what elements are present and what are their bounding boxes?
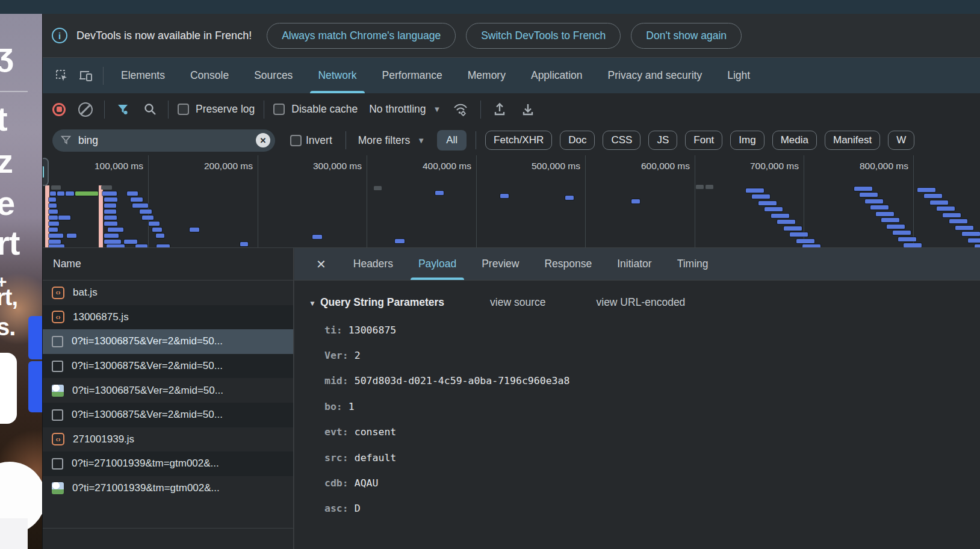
param-row: Ver:2 (324, 343, 980, 368)
param-value: 13006875 (349, 324, 396, 336)
waterfall-bar (190, 228, 199, 232)
waterfall-bar (57, 191, 64, 196)
clear-button[interactable] (78, 102, 93, 117)
waterfall-bar (140, 209, 152, 214)
chip-doc[interactable]: Doc (560, 131, 595, 150)
request-row[interactable]: ‹›bat.js (43, 281, 293, 305)
chip-all[interactable]: All (437, 130, 467, 150)
chip-css[interactable]: CSS (603, 131, 640, 150)
request-row[interactable]: 0?ti=271001939&tm=gtm002&... (43, 476, 293, 501)
view-url-encoded-link[interactable]: view URL-encoded (597, 296, 686, 309)
request-row[interactable]: 0?ti=271001939&tm=gtm002&... (43, 451, 293, 476)
disable-cache-checkbox[interactable] (273, 104, 285, 115)
filter-input[interactable] (78, 134, 249, 147)
detail-tab-response[interactable]: Response (532, 248, 604, 280)
script-file-icon: ‹› (52, 433, 64, 445)
detail-tab-initiator[interactable]: Initiator (604, 248, 664, 280)
disable-cache-label: Disable cache (291, 103, 358, 116)
param-key: evt: (324, 426, 349, 438)
switch-devtools-to-french-button[interactable]: Switch DevTools to French (466, 23, 621, 49)
waterfall-bar (49, 203, 57, 208)
invert-checkbox[interactable] (290, 135, 302, 146)
overview-drag-handle[interactable] (42, 158, 49, 186)
timeline-overview[interactable]: 100,000 ms200,000 ms300,000 ms400,000 ms… (43, 155, 980, 248)
script-file-icon: ‹› (52, 287, 64, 299)
tab-performance[interactable]: Performance (370, 58, 455, 93)
search-icon[interactable] (141, 103, 159, 116)
collapse-triangle-icon[interactable]: ▼ (309, 299, 316, 308)
chip-js[interactable]: JS (648, 131, 677, 150)
request-row[interactable]: ‹›13006875.js (43, 305, 293, 330)
detail-tab-headers[interactable]: Headers (341, 248, 406, 280)
waterfall-bar (374, 186, 382, 190)
chip-img[interactable]: Img (730, 131, 764, 150)
tab-light[interactable]: Light (715, 58, 763, 93)
preserve-log-checkbox[interactable] (178, 104, 189, 115)
filter-input-pill[interactable]: ✕ (52, 129, 275, 152)
tab-application[interactable]: Application (518, 58, 595, 93)
chip-fetch-xhr[interactable]: Fetch/XHR (485, 131, 552, 150)
background-text: s. (0, 314, 15, 341)
detail-tab-payload[interactable]: Payload (406, 248, 469, 280)
divider (103, 67, 104, 85)
detail-tab-preview[interactable]: Preview (469, 248, 532, 280)
background-text: ʒ (0, 36, 13, 73)
inspect-element-icon[interactable] (50, 58, 74, 93)
query-string-section: ▼ Query String Parameters view source vi… (294, 281, 980, 309)
request-name: bat.js (73, 287, 98, 299)
param-row: mid:507d803d-d021-4c59-a0ba-7196c960e3a8 (324, 368, 980, 394)
request-row[interactable]: 0?ti=13006875&Ver=2&mid=50... (43, 378, 293, 403)
view-source-link[interactable]: view source (490, 296, 545, 309)
record-button[interactable] (52, 103, 66, 116)
import-har-icon[interactable] (490, 102, 509, 116)
tab-memory[interactable]: Memory (455, 58, 518, 93)
tab-network[interactable]: Network (305, 58, 369, 93)
detail-tab-timing[interactable]: Timing (665, 248, 721, 280)
more-filters-dropdown[interactable]: More filters ▼ (358, 134, 425, 147)
throttling-select[interactable]: No throttling ▼ (369, 103, 441, 116)
request-row[interactable]: 0?ti=13006875&Ver=2&mid=50... (43, 403, 293, 427)
waterfall-bar (898, 237, 916, 241)
network-conditions-icon[interactable] (450, 102, 471, 116)
request-details-panel: ✕ HeadersPayloadPreviewResponseInitiator… (294, 248, 980, 549)
tab-sources[interactable]: Sources (241, 58, 305, 93)
tab-console[interactable]: Console (178, 58, 241, 93)
waterfall-bar (696, 185, 704, 189)
waterfall-bar (131, 197, 143, 202)
device-toolbar-icon[interactable] (74, 58, 98, 93)
chip-manifest[interactable]: Manifest (825, 131, 880, 150)
don-t-show-again-button[interactable]: Don't show again (631, 23, 742, 49)
tab-privacy-and-security[interactable]: Privacy and security (595, 58, 715, 93)
request-row[interactable]: 0?ti=13006875&Ver=2&mid=50... (43, 329, 293, 354)
chip-w[interactable]: W (888, 131, 914, 150)
param-key: mid: (324, 375, 349, 386)
timeline-tick-label: 400,000 ms (380, 161, 471, 172)
param-key: cdb: (324, 477, 349, 489)
request-row[interactable]: ‹›271001939.js (43, 427, 293, 452)
background-text: t (0, 99, 7, 138)
request-row[interactable]: 0?ti=13006875&Ver=2&mid=50... (43, 354, 293, 379)
waterfall-bar (104, 203, 116, 208)
filter-icon[interactable] (114, 104, 132, 115)
export-har-icon[interactable] (518, 102, 538, 116)
waterfall-bar (758, 201, 777, 205)
chip-media[interactable]: Media (772, 131, 817, 150)
always-match-chrome-s-language-button[interactable]: Always match Chrome's language (267, 23, 456, 49)
name-column-header[interactable]: Name (43, 248, 293, 281)
request-name: 0?ti=271001939&tm=gtm002&... (72, 458, 219, 470)
waterfall-bar (49, 234, 63, 238)
tab-elements[interactable]: Elements (108, 58, 178, 93)
request-name: 0?ti=271001939&tm=gtm002&... (72, 482, 220, 494)
request-list: ‹›bat.js‹›13006875.js0?ti=13006875&Ver=2… (43, 281, 293, 500)
clear-filter-icon[interactable]: ✕ (256, 133, 270, 147)
waterfall-bar (102, 191, 117, 196)
request-name: 0?ti=13006875&Ver=2&mid=50... (72, 335, 223, 347)
image-file-icon (52, 385, 64, 397)
waterfall-bar (104, 240, 121, 244)
waterfall-bar (955, 226, 973, 230)
close-icon[interactable]: ✕ (308, 248, 335, 280)
waterfall-bar (771, 214, 789, 218)
waterfall-bar (75, 191, 98, 196)
waterfall-bar (752, 194, 770, 199)
chip-font[interactable]: Font (685, 131, 722, 150)
